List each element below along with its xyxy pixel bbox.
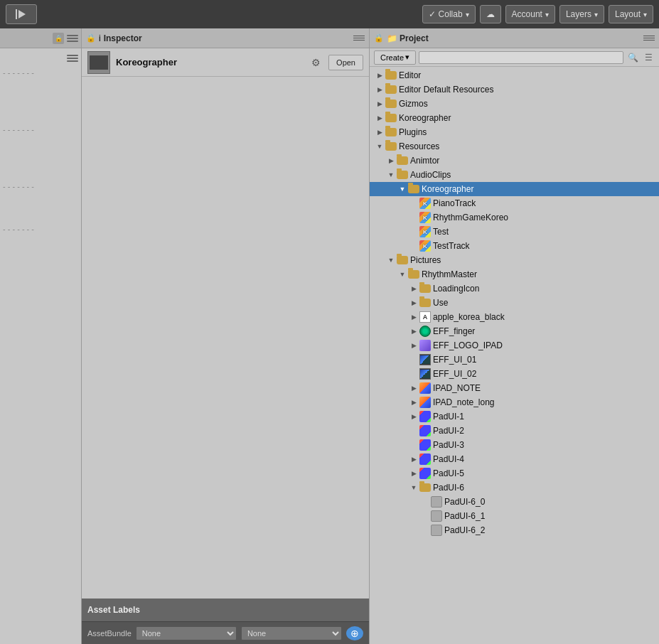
tree-arrow-pictures[interactable]: ▼ bbox=[385, 254, 397, 266]
tree-arrow-padui-4[interactable]: ▶ bbox=[408, 454, 419, 465]
tree-item-ipad-note[interactable]: ▶IPAD_NOTE bbox=[370, 381, 659, 395]
tree-label-padui-6-1: PadUI-6_1 bbox=[444, 511, 485, 521]
tree-arrow-apple-korea-black[interactable]: ▶ bbox=[408, 311, 419, 323]
tree-item-pianotrack[interactable]: KPianoTrack bbox=[370, 196, 659, 210]
inspector-menu-icon[interactable] bbox=[353, 33, 365, 43]
project-tree: ▶Editor▶Editor Default Resources▶Gizmos▶… bbox=[370, 67, 659, 644]
tree-arrow-eff-logo-ipad[interactable]: ▶ bbox=[408, 340, 419, 351]
tree-item-eff-finger[interactable]: ▶EFF_finger bbox=[370, 324, 659, 338]
pad-icon-padui-1 bbox=[419, 411, 431, 422]
tree-arrow-rhythmmaster[interactable]: ▼ bbox=[397, 269, 408, 280]
sidebar-dashes-4: - - - - - - - bbox=[3, 223, 78, 235]
tree-item-koreographer-root[interactable]: ▶Koreographer bbox=[370, 111, 659, 125]
tree-item-resources[interactable]: ▼Resources bbox=[370, 139, 659, 154]
tree-arrow-padui-6-1 bbox=[419, 510, 431, 522]
play-button[interactable] bbox=[6, 4, 37, 24]
tree-arrow-ipad-note-long[interactable]: ▶ bbox=[408, 397, 419, 408]
tree-item-audioclips[interactable]: ▼AudioClips bbox=[370, 168, 659, 182]
tree-item-koreographer[interactable]: ▼Koreographer bbox=[370, 182, 659, 196]
tree-item-use[interactable]: ▶Use bbox=[370, 296, 659, 310]
tree-item-rhythmmaster[interactable]: ▼RhythmMaster bbox=[370, 267, 659, 281]
tree-item-editor-default-resources[interactable]: ▶Editor Default Resources bbox=[370, 82, 659, 97]
tree-item-gizmos[interactable]: ▶Gizmos bbox=[370, 97, 659, 111]
tree-arrow-koreographer[interactable]: ▼ bbox=[397, 183, 408, 195]
tree-arrow-padui-5[interactable]: ▶ bbox=[408, 468, 419, 479]
tree-item-apple-korea-black[interactable]: ▶Aapple_korea_black bbox=[370, 310, 659, 324]
asset-tag-button[interactable]: ⊕ bbox=[346, 626, 363, 640]
tree-arrow-resources[interactable]: ▼ bbox=[374, 141, 385, 152]
collab-button[interactable]: ✓ Collab ▾ bbox=[422, 5, 476, 23]
tree-item-padui-5[interactable]: ▶PadUI-5 bbox=[370, 466, 659, 481]
account-button[interactable]: Account ▾ bbox=[505, 5, 555, 23]
star-icon-eff-logo-ipad bbox=[419, 340, 431, 351]
tree-item-padui-6-0[interactable]: PadUI-6_0 bbox=[370, 495, 659, 509]
tree-arrow-padui-1[interactable]: ▶ bbox=[408, 411, 419, 422]
tree-item-padui-4[interactable]: ▶PadUI-4 bbox=[370, 452, 659, 466]
tree-item-loadingicon[interactable]: ▶LoadingIcon bbox=[370, 281, 659, 296]
tree-arrow-padui-6[interactable]: ▼ bbox=[408, 482, 419, 493]
asset-bundle-select-1[interactable]: None bbox=[136, 626, 237, 640]
folder-icon-gizmos bbox=[385, 100, 397, 108]
project-folder-icon: 📁 bbox=[387, 33, 397, 43]
sidebar-top-bar: 🔒 bbox=[0, 28, 81, 48]
tree-item-pictures[interactable]: ▼Pictures bbox=[370, 253, 659, 267]
project-menu-icon[interactable] bbox=[643, 33, 655, 43]
tree-item-plugins[interactable]: ▶Plugins bbox=[370, 125, 659, 139]
tree-item-eff-ui-01[interactable]: EFF_UI_01 bbox=[370, 353, 659, 367]
cloud-button[interactable]: ☁ bbox=[480, 5, 501, 23]
inspector-body bbox=[82, 77, 369, 599]
tree-item-ipad-note-long[interactable]: ▶IPAD_note_long bbox=[370, 395, 659, 409]
folder-icon-audioclips bbox=[397, 171, 408, 179]
sidebar-lock-icon[interactable]: 🔒 bbox=[53, 33, 64, 44]
tree-item-padui-6[interactable]: ▼PadUI-6 bbox=[370, 481, 659, 495]
tree-arrow-plugins[interactable]: ▶ bbox=[374, 127, 385, 138]
tree-item-test[interactable]: KTest bbox=[370, 225, 659, 239]
pad-icon-padui-3 bbox=[419, 439, 431, 451]
tree-label-resources: Resources bbox=[399, 141, 439, 151]
project-lock-icon[interactable]: 🔒 bbox=[374, 33, 384, 43]
tree-label-rhythmmaster: RhythmMaster bbox=[422, 269, 477, 279]
tree-arrow-audioclips[interactable]: ▼ bbox=[385, 169, 397, 181]
layers-button[interactable]: Layers ▾ bbox=[559, 5, 604, 23]
tree-arrow-animtor[interactable]: ▶ bbox=[385, 155, 397, 166]
tree-item-padui-1[interactable]: ▶PadUI-1 bbox=[370, 409, 659, 424]
main-area: 🔒 - - - - - - - - - - - - - - - - - - - … bbox=[0, 28, 659, 644]
puzzle-icon-ipad-note bbox=[419, 382, 431, 394]
tree-arrow-koreographer-root[interactable]: ▶ bbox=[374, 112, 385, 124]
tree-item-eff-logo-ipad[interactable]: ▶EFF_LOGO_IPAD bbox=[370, 338, 659, 353]
asset-bundle-select-2[interactable]: None bbox=[241, 626, 342, 640]
tree-arrow-editor[interactable]: ▶ bbox=[374, 70, 385, 81]
tree-arrow-gizmos[interactable]: ▶ bbox=[374, 98, 385, 109]
gray-square-icon-padui-6-2 bbox=[431, 525, 442, 536]
asset-gear-icon[interactable]: ⚙ bbox=[311, 57, 323, 68]
tree-arrow-use[interactable]: ▶ bbox=[408, 297, 419, 308]
sidebar-dashes-2: - - - - - - - bbox=[3, 124, 78, 135]
tree-arrow-editor-default-resources[interactable]: ▶ bbox=[374, 84, 385, 95]
open-button[interactable]: Open bbox=[328, 55, 363, 70]
inspector-lock-icon[interactable]: 🔒 bbox=[86, 33, 96, 43]
create-arrow-icon: ▾ bbox=[405, 53, 409, 62]
search-input[interactable] bbox=[419, 51, 623, 64]
filter-icon[interactable]: ☰ bbox=[642, 51, 655, 64]
asset-labels-title: Asset Labels bbox=[87, 605, 140, 615]
tree-arrow-eff-finger[interactable]: ▶ bbox=[408, 326, 419, 337]
tree-arrow-eff-ui-01 bbox=[408, 354, 419, 365]
inspector-info-icon: i bbox=[99, 33, 101, 43]
tree-item-padui-6-2[interactable]: PadUI-6_2 bbox=[370, 523, 659, 537]
tree-item-padui-2[interactable]: PadUI-2 bbox=[370, 424, 659, 438]
tree-item-rhythmgamekoreo[interactable]: KRhythmGameKoreo bbox=[370, 210, 659, 225]
layers-arrow-icon: ▾ bbox=[594, 11, 598, 18]
tree-item-padui-6-1[interactable]: PadUI-6_1 bbox=[370, 509, 659, 523]
search-icon[interactable]: 🔍 bbox=[626, 51, 639, 64]
create-button[interactable]: Create ▾ bbox=[374, 50, 416, 65]
tree-arrow-ipad-note[interactable]: ▶ bbox=[408, 382, 419, 394]
tree-arrow-loadingicon[interactable]: ▶ bbox=[408, 283, 419, 294]
sidebar-list-icon[interactable] bbox=[67, 53, 78, 64]
tree-item-eff-ui-02[interactable]: EFF_UI_02 bbox=[370, 367, 659, 381]
tree-item-animtor[interactable]: ▶Animtor bbox=[370, 154, 659, 168]
layout-button[interactable]: Layout ▾ bbox=[609, 5, 653, 23]
sidebar-menu-icon[interactable] bbox=[67, 33, 78, 44]
tree-item-padui-3[interactable]: PadUI-3 bbox=[370, 438, 659, 452]
tree-item-testtrack[interactable]: KTestTrack bbox=[370, 239, 659, 253]
tree-item-editor[interactable]: ▶Editor bbox=[370, 68, 659, 82]
